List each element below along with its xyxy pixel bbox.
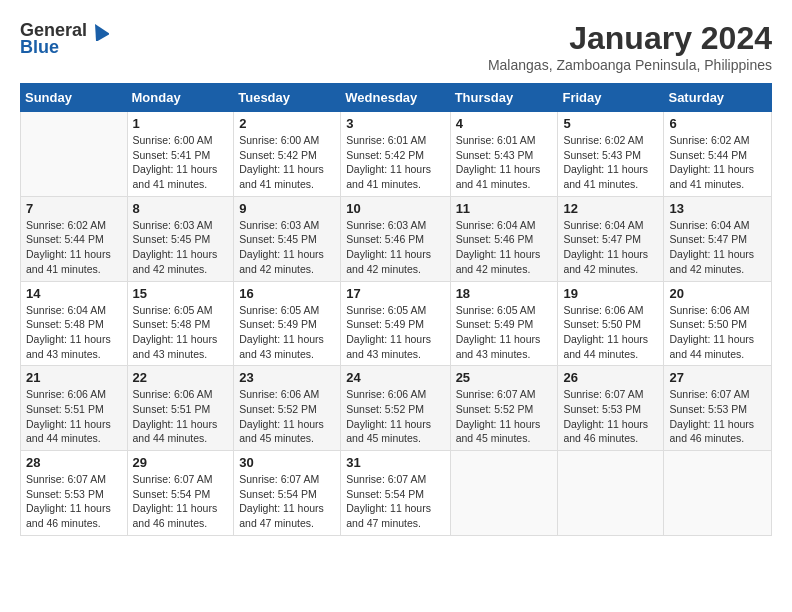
day-number: 31 bbox=[346, 455, 444, 470]
day-info: Sunrise: 6:06 AMSunset: 5:50 PMDaylight:… bbox=[669, 303, 766, 362]
col-monday: Monday bbox=[127, 84, 234, 112]
calendar-subtitle: Malangas, Zamboanga Peninsula, Philippin… bbox=[488, 57, 772, 73]
day-info: Sunrise: 6:07 AMSunset: 5:53 PMDaylight:… bbox=[26, 472, 122, 531]
col-saturday: Saturday bbox=[664, 84, 772, 112]
day-info: Sunrise: 6:07 AMSunset: 5:54 PMDaylight:… bbox=[239, 472, 335, 531]
day-info: Sunrise: 6:02 AMSunset: 5:44 PMDaylight:… bbox=[26, 218, 122, 277]
day-number: 14 bbox=[26, 286, 122, 301]
day-info: Sunrise: 6:05 AMSunset: 5:49 PMDaylight:… bbox=[239, 303, 335, 362]
day-number: 30 bbox=[239, 455, 335, 470]
day-number: 17 bbox=[346, 286, 444, 301]
logo-icon bbox=[89, 21, 109, 41]
day-number: 4 bbox=[456, 116, 553, 131]
logo-blue-text: Blue bbox=[20, 37, 59, 58]
day-number: 24 bbox=[346, 370, 444, 385]
table-row: 18 Sunrise: 6:05 AMSunset: 5:49 PMDaylig… bbox=[450, 281, 558, 366]
day-number: 20 bbox=[669, 286, 766, 301]
table-row: 11 Sunrise: 6:04 AMSunset: 5:46 PMDaylig… bbox=[450, 196, 558, 281]
day-info: Sunrise: 6:00 AMSunset: 5:41 PMDaylight:… bbox=[133, 133, 229, 192]
table-row: 15 Sunrise: 6:05 AMSunset: 5:48 PMDaylig… bbox=[127, 281, 234, 366]
col-friday: Friday bbox=[558, 84, 664, 112]
day-info: Sunrise: 6:00 AMSunset: 5:42 PMDaylight:… bbox=[239, 133, 335, 192]
table-row: 1 Sunrise: 6:00 AMSunset: 5:41 PMDayligh… bbox=[127, 112, 234, 197]
table-row: 26 Sunrise: 6:07 AMSunset: 5:53 PMDaylig… bbox=[558, 366, 664, 451]
day-info: Sunrise: 6:01 AMSunset: 5:43 PMDaylight:… bbox=[456, 133, 553, 192]
day-info: Sunrise: 6:04 AMSunset: 5:47 PMDaylight:… bbox=[563, 218, 658, 277]
day-info: Sunrise: 6:07 AMSunset: 5:53 PMDaylight:… bbox=[669, 387, 766, 446]
calendar-title: January 2024 bbox=[488, 20, 772, 57]
table-row: 19 Sunrise: 6:06 AMSunset: 5:50 PMDaylig… bbox=[558, 281, 664, 366]
table-row: 2 Sunrise: 6:00 AMSunset: 5:42 PMDayligh… bbox=[234, 112, 341, 197]
table-row: 16 Sunrise: 6:05 AMSunset: 5:49 PMDaylig… bbox=[234, 281, 341, 366]
day-number: 23 bbox=[239, 370, 335, 385]
table-row: 12 Sunrise: 6:04 AMSunset: 5:47 PMDaylig… bbox=[558, 196, 664, 281]
table-row: 25 Sunrise: 6:07 AMSunset: 5:52 PMDaylig… bbox=[450, 366, 558, 451]
day-info: Sunrise: 6:06 AMSunset: 5:51 PMDaylight:… bbox=[26, 387, 122, 446]
day-info: Sunrise: 6:06 AMSunset: 5:51 PMDaylight:… bbox=[133, 387, 229, 446]
day-info: Sunrise: 6:04 AMSunset: 5:47 PMDaylight:… bbox=[669, 218, 766, 277]
table-row: 8 Sunrise: 6:03 AMSunset: 5:45 PMDayligh… bbox=[127, 196, 234, 281]
logo: General Blue bbox=[20, 20, 109, 58]
table-row bbox=[558, 451, 664, 536]
table-row: 10 Sunrise: 6:03 AMSunset: 5:46 PMDaylig… bbox=[341, 196, 450, 281]
day-number: 29 bbox=[133, 455, 229, 470]
table-row: 27 Sunrise: 6:07 AMSunset: 5:53 PMDaylig… bbox=[664, 366, 772, 451]
col-tuesday: Tuesday bbox=[234, 84, 341, 112]
day-number: 2 bbox=[239, 116, 335, 131]
table-row: 21 Sunrise: 6:06 AMSunset: 5:51 PMDaylig… bbox=[21, 366, 128, 451]
table-row: 29 Sunrise: 6:07 AMSunset: 5:54 PMDaylig… bbox=[127, 451, 234, 536]
calendar-week-row: 1 Sunrise: 6:00 AMSunset: 5:41 PMDayligh… bbox=[21, 112, 772, 197]
table-row bbox=[450, 451, 558, 536]
day-number: 16 bbox=[239, 286, 335, 301]
day-info: Sunrise: 6:03 AMSunset: 5:45 PMDaylight:… bbox=[239, 218, 335, 277]
day-number: 5 bbox=[563, 116, 658, 131]
day-number: 18 bbox=[456, 286, 553, 301]
table-row: 6 Sunrise: 6:02 AMSunset: 5:44 PMDayligh… bbox=[664, 112, 772, 197]
table-row: 5 Sunrise: 6:02 AMSunset: 5:43 PMDayligh… bbox=[558, 112, 664, 197]
day-number: 25 bbox=[456, 370, 553, 385]
col-sunday: Sunday bbox=[21, 84, 128, 112]
day-info: Sunrise: 6:07 AMSunset: 5:54 PMDaylight:… bbox=[133, 472, 229, 531]
svg-marker-0 bbox=[89, 21, 109, 41]
calendar-week-row: 7 Sunrise: 6:02 AMSunset: 5:44 PMDayligh… bbox=[21, 196, 772, 281]
day-number: 12 bbox=[563, 201, 658, 216]
day-number: 19 bbox=[563, 286, 658, 301]
day-number: 28 bbox=[26, 455, 122, 470]
day-info: Sunrise: 6:04 AMSunset: 5:46 PMDaylight:… bbox=[456, 218, 553, 277]
day-number: 11 bbox=[456, 201, 553, 216]
table-row: 4 Sunrise: 6:01 AMSunset: 5:43 PMDayligh… bbox=[450, 112, 558, 197]
table-row: 30 Sunrise: 6:07 AMSunset: 5:54 PMDaylig… bbox=[234, 451, 341, 536]
day-number: 21 bbox=[26, 370, 122, 385]
day-info: Sunrise: 6:04 AMSunset: 5:48 PMDaylight:… bbox=[26, 303, 122, 362]
table-row: 28 Sunrise: 6:07 AMSunset: 5:53 PMDaylig… bbox=[21, 451, 128, 536]
day-info: Sunrise: 6:06 AMSunset: 5:52 PMDaylight:… bbox=[346, 387, 444, 446]
table-row: 24 Sunrise: 6:06 AMSunset: 5:52 PMDaylig… bbox=[341, 366, 450, 451]
table-row: 31 Sunrise: 6:07 AMSunset: 5:54 PMDaylig… bbox=[341, 451, 450, 536]
day-number: 9 bbox=[239, 201, 335, 216]
day-info: Sunrise: 6:07 AMSunset: 5:52 PMDaylight:… bbox=[456, 387, 553, 446]
day-number: 15 bbox=[133, 286, 229, 301]
day-number: 26 bbox=[563, 370, 658, 385]
day-info: Sunrise: 6:05 AMSunset: 5:49 PMDaylight:… bbox=[456, 303, 553, 362]
col-wednesday: Wednesday bbox=[341, 84, 450, 112]
day-info: Sunrise: 6:07 AMSunset: 5:53 PMDaylight:… bbox=[563, 387, 658, 446]
day-number: 10 bbox=[346, 201, 444, 216]
day-number: 7 bbox=[26, 201, 122, 216]
day-info: Sunrise: 6:02 AMSunset: 5:44 PMDaylight:… bbox=[669, 133, 766, 192]
table-row: 7 Sunrise: 6:02 AMSunset: 5:44 PMDayligh… bbox=[21, 196, 128, 281]
table-row bbox=[21, 112, 128, 197]
table-row: 17 Sunrise: 6:05 AMSunset: 5:49 PMDaylig… bbox=[341, 281, 450, 366]
day-number: 6 bbox=[669, 116, 766, 131]
table-row: 9 Sunrise: 6:03 AMSunset: 5:45 PMDayligh… bbox=[234, 196, 341, 281]
day-number: 1 bbox=[133, 116, 229, 131]
day-info: Sunrise: 6:01 AMSunset: 5:42 PMDaylight:… bbox=[346, 133, 444, 192]
table-row bbox=[664, 451, 772, 536]
day-number: 27 bbox=[669, 370, 766, 385]
day-info: Sunrise: 6:05 AMSunset: 5:48 PMDaylight:… bbox=[133, 303, 229, 362]
table-row: 23 Sunrise: 6:06 AMSunset: 5:52 PMDaylig… bbox=[234, 366, 341, 451]
day-info: Sunrise: 6:06 AMSunset: 5:52 PMDaylight:… bbox=[239, 387, 335, 446]
day-info: Sunrise: 6:06 AMSunset: 5:50 PMDaylight:… bbox=[563, 303, 658, 362]
calendar-table: Sunday Monday Tuesday Wednesday Thursday… bbox=[20, 83, 772, 536]
day-info: Sunrise: 6:05 AMSunset: 5:49 PMDaylight:… bbox=[346, 303, 444, 362]
table-row: 20 Sunrise: 6:06 AMSunset: 5:50 PMDaylig… bbox=[664, 281, 772, 366]
